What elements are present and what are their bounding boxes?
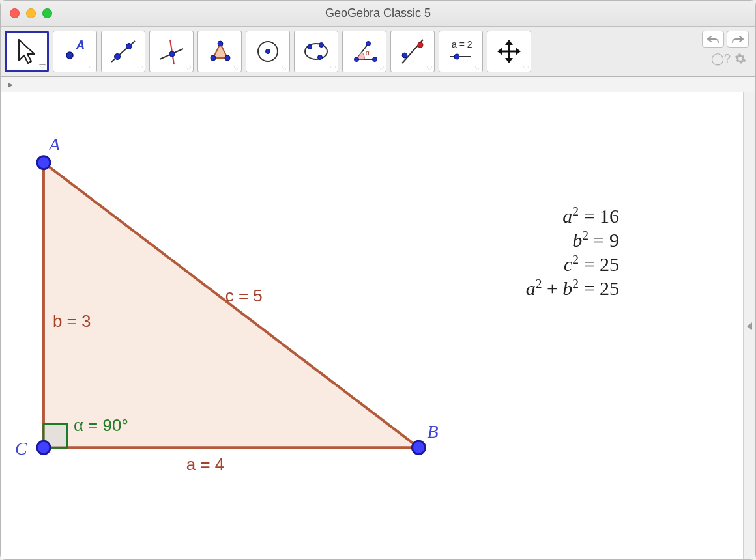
- equation-b2: b2 = 9: [526, 229, 619, 251]
- triangle-left-icon: [747, 322, 752, 330]
- svg-point-15: [308, 45, 312, 49]
- chevron-down-icon: [378, 66, 385, 70]
- svg-point-13: [266, 49, 270, 54]
- svg-point-20: [373, 57, 377, 62]
- tool-conic[interactable]: [294, 31, 338, 72]
- circle-icon: [252, 36, 284, 67]
- point-icon: A: [59, 36, 91, 67]
- svg-point-7: [169, 51, 175, 57]
- chevron-down-icon: [89, 66, 95, 70]
- svg-point-0: [66, 52, 73, 59]
- undo-icon: [707, 35, 719, 44]
- equation-a2: a2 = 16: [526, 204, 619, 227]
- chevron-down-icon: [39, 64, 46, 69]
- gear-icon: [734, 53, 746, 64]
- tool-line[interactable]: [101, 31, 145, 72]
- label-edge-a[interactable]: a = 4: [186, 455, 224, 474]
- svg-point-16: [319, 43, 324, 48]
- angle-icon: α: [349, 36, 380, 67]
- line-icon: [108, 36, 139, 67]
- svg-point-11: [218, 41, 223, 46]
- close-window-button[interactable]: [10, 8, 20, 18]
- equation-block[interactable]: a2 = 16 b2 = 9 c2 = 25 a2 + b2 = 25: [526, 203, 619, 301]
- tool-polygon[interactable]: [197, 31, 242, 72]
- tool-perpendicular[interactable]: [149, 31, 194, 72]
- perpendicular-icon: [156, 36, 187, 67]
- svg-point-37: [37, 441, 50, 454]
- triangle-right-icon: ▸: [8, 78, 13, 91]
- label-B[interactable]: B: [427, 421, 438, 441]
- reflect-icon: [397, 36, 428, 67]
- tool-reflect[interactable]: [390, 31, 435, 72]
- tool-move-view[interactable]: [487, 31, 531, 72]
- point-C[interactable]: [37, 441, 50, 454]
- right-side-panel-toggle[interactable]: [743, 92, 755, 559]
- tool-circle[interactable]: [246, 31, 290, 72]
- svg-point-10: [225, 55, 230, 61]
- cursor-icon: [11, 36, 42, 67]
- tool-angle[interactable]: α: [342, 31, 386, 72]
- svg-point-4: [126, 44, 132, 49]
- chevron-down-icon: [474, 66, 481, 70]
- minimize-window-button[interactable]: [26, 8, 36, 18]
- polygon-icon: [204, 36, 235, 67]
- graphics-view[interactable]: A B C b = 3 c = 5 a = 4 α = 90° a2 = 16 …: [1, 92, 755, 559]
- label-A[interactable]: A: [48, 134, 61, 154]
- tool-slider[interactable]: a = 2: [439, 31, 483, 72]
- chevron-down-icon: [137, 66, 143, 70]
- svg-point-24: [418, 42, 423, 48]
- toolbar: A: [1, 27, 755, 77]
- svg-text:α: α: [366, 49, 370, 57]
- svg-point-27: [454, 54, 459, 59]
- view-bar: ▸: [1, 77, 755, 92]
- window-title: GeoGebra Classic 5: [1, 7, 755, 20]
- expand-algebra-handle[interactable]: ▸: [5, 79, 16, 91]
- chevron-down-icon: [282, 66, 288, 70]
- svg-point-23: [402, 53, 407, 58]
- label-edge-b[interactable]: b = 3: [53, 311, 91, 331]
- point-A[interactable]: [37, 156, 50, 169]
- ellipse-icon: [300, 36, 332, 67]
- svg-point-17: [318, 55, 323, 60]
- canvas[interactable]: A B C b = 3 c = 5 a = 4 α = 90° a2 = 16 …: [1, 92, 743, 559]
- svg-point-21: [366, 42, 371, 46]
- toolbar-right: ◯?: [702, 31, 749, 67]
- help-button[interactable]: ◯?: [712, 50, 729, 67]
- svg-point-35: [37, 156, 50, 169]
- svg-point-19: [355, 57, 359, 62]
- canvas-svg: A B C b = 3 c = 5 a = 4 α = 90°: [1, 92, 743, 559]
- redo-icon: [732, 35, 744, 44]
- help-icon: ◯?: [711, 51, 731, 66]
- equation-sum: a2 + b2 = 25: [526, 277, 619, 300]
- svg-point-36: [412, 441, 425, 454]
- app-window: GeoGebra Classic 5 A: [0, 0, 756, 560]
- redo-button[interactable]: [727, 31, 749, 48]
- svg-text:a = 2: a = 2: [452, 39, 472, 49]
- chevron-down-icon: [426, 66, 433, 70]
- window-controls: [10, 8, 52, 18]
- zoom-window-button[interactable]: [42, 8, 52, 18]
- titlebar: GeoGebra Classic 5: [1, 1, 755, 27]
- svg-point-9: [211, 55, 216, 61]
- slider-icon: a = 2: [445, 36, 476, 67]
- settings-button[interactable]: [732, 50, 749, 67]
- svg-point-3: [115, 54, 121, 60]
- chevron-down-icon: [185, 66, 192, 70]
- move-view-icon: [493, 36, 525, 67]
- label-angle-alpha[interactable]: α = 90°: [74, 415, 128, 435]
- label-C[interactable]: C: [15, 438, 27, 458]
- label-edge-c[interactable]: c = 5: [225, 286, 263, 305]
- chevron-down-icon: [233, 66, 240, 70]
- tool-point[interactable]: A: [53, 31, 97, 72]
- chevron-down-icon: [330, 66, 336, 70]
- chevron-down-icon: [523, 66, 529, 70]
- point-B[interactable]: [412, 441, 425, 454]
- tool-move[interactable]: [5, 31, 49, 72]
- undo-button[interactable]: [702, 31, 724, 48]
- equation-c2: c2 = 25: [526, 253, 619, 275]
- svg-text:A: A: [76, 38, 85, 51]
